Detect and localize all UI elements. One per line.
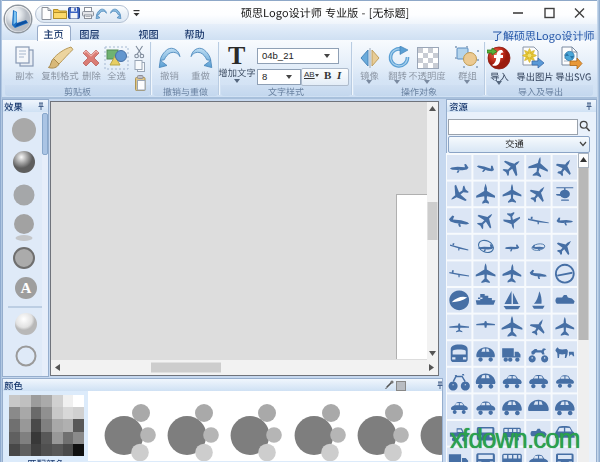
svg-text:A: A [21, 280, 32, 296]
